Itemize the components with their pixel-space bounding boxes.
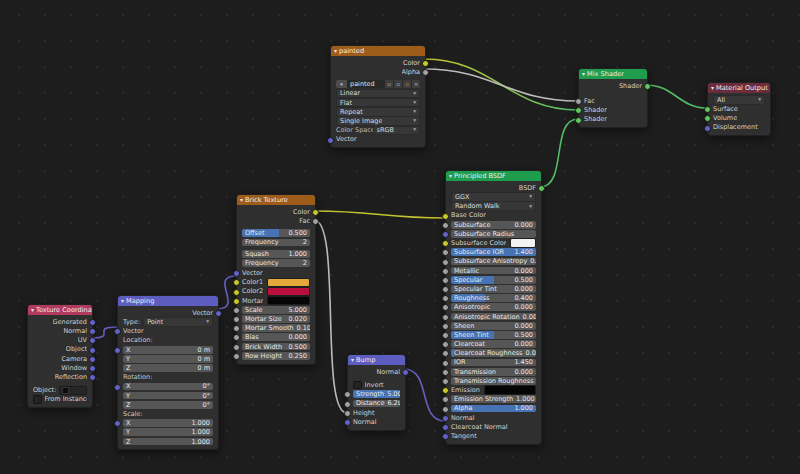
color2-color-swatch[interactable] [267,287,310,296]
node-header-mix-shader[interactable]: ▾Mix Shader [579,69,647,79]
node-brick-texture[interactable]: ▾Brick TextureColorFacOffset0.500Frequen… [236,194,316,365]
wire-painted-alpha-to-mix-shader-fac[interactable] [424,69,578,101]
mapping-x-input-socket[interactable] [114,420,121,427]
bump-normal-input-socket[interactable] [344,419,351,426]
node-header-material-output[interactable]: ▾Material Output [708,83,770,93]
texture-coordinate-camera-output-socket[interactable] [89,356,96,363]
node-header-mapping[interactable]: ▾Mapping [118,296,218,306]
emission-strength-field[interactable]: Emission Strength1.000 [451,395,536,403]
texture-coordinate-generated-output-socket[interactable] [89,319,96,326]
alpha-slider[interactable]: Alpha1.000 [451,405,536,413]
principled-bsdf-metallic-input-socket[interactable] [442,268,449,275]
brick-texture-mortar-smooth-input-socket[interactable] [233,325,240,332]
node-header-painted[interactable]: ▾painted [331,46,425,56]
flat-dropdown[interactable]: Flat▾ [336,98,420,108]
brick-texture-scale-input-socket[interactable] [233,307,240,314]
y-field[interactable]: Y1.000 [123,428,213,436]
transmission-slider[interactable]: Transmission0.000 [451,368,536,376]
mapping-x-input-socket[interactable] [114,384,121,391]
wire-bump-normal-to-principled-normal[interactable] [404,369,445,421]
principled-bsdf-emission-strength-input-socket[interactable] [442,396,449,403]
node-header-principled-bsdf[interactable]: ▾Principled BSDF [446,171,541,181]
frequency-field[interactable]: Frequency2 [242,259,310,267]
painted-color-output-socket[interactable] [422,60,429,67]
principled-bsdf-subsurface-color-input-socket[interactable] [442,240,449,247]
invert-checkbox[interactable] [353,381,362,390]
bump-distance-input-socket[interactable] [344,401,351,408]
principled-bsdf-roughness-input-socket[interactable] [442,295,449,302]
object-picker-field[interactable] [59,386,87,395]
image-browse-icon[interactable]: ▾ [336,80,347,88]
wire-brick-texture-fac-to-bump-height[interactable] [314,220,347,413]
emission-color-swatch[interactable] [484,385,536,394]
collapse-node-icon[interactable]: ▾ [121,298,124,304]
principled-bsdf-bsdf-output-socket[interactable] [538,185,545,192]
metallic-slider[interactable]: Metallic0.000 [451,267,536,275]
brick-width-field[interactable]: Brick Width0.500 [242,343,310,351]
node-principled-bsdf[interactable]: ▾Principled BSDFBSDFGGX▾Random Walk▾Base… [445,170,542,445]
subsurface-color-color-swatch[interactable] [510,238,536,247]
clearcoat-slider[interactable]: Clearcoat0.000 [451,340,536,348]
specular-slider[interactable]: Specular0.500 [451,276,536,284]
z-field[interactable]: Z0° [123,401,213,409]
principled-bsdf-clearcoat-normal-input-socket[interactable] [442,424,449,431]
principled-bsdf-subsurface-radius-input-socket[interactable] [442,231,449,238]
node-header-texture-coordinate[interactable]: ▾Texture Coordinate [28,305,92,315]
collapse-node-icon[interactable]: ▾ [351,357,354,363]
offset-slider[interactable]: Offset0.500 [242,229,310,237]
bump-strength-input-socket[interactable] [344,391,351,398]
principled-bsdf-tangent-input-socket[interactable] [442,433,449,440]
principled-bsdf-base-color-input-socket[interactable] [442,213,449,220]
image-name-field[interactable]: painted [347,80,384,88]
from-instancer-checkbox[interactable] [33,395,42,404]
node-header-brick-texture[interactable]: ▾Brick Texture [237,195,315,205]
strength-slider[interactable]: Strength5.000 [353,390,400,398]
point-dropdown[interactable]: Point▾ [143,317,213,327]
principled-bsdf-transmission-roughness-input-socket[interactable] [442,378,449,385]
mapping-vector-output-socket[interactable] [215,310,222,317]
repeat-dropdown[interactable]: Repeat▾ [336,107,420,117]
collapse-node-icon[interactable]: ▾ [334,48,337,54]
anisotropic-rotation-slider[interactable]: Anisotropic Rotation0.000 [451,313,536,321]
brick-texture-vector-input-socket[interactable] [233,270,240,277]
principled-bsdf-anisotropic-input-socket[interactable] [442,304,449,311]
texture-coordinate-window-output-socket[interactable] [89,365,96,372]
random-walk-dropdown[interactable]: Random Walk▾ [451,201,536,211]
node-material-output[interactable]: ▾Material OutputAll▾SurfaceVolumeDisplac… [707,82,771,136]
principled-bsdf-ior-input-socket[interactable] [442,360,449,367]
color1-color-swatch[interactable] [267,278,310,287]
brick-texture-color2-input-socket[interactable] [233,289,240,296]
frequency-field[interactable]: Frequency2 [242,239,310,247]
roughness-slider[interactable]: Roughness0.400 [451,294,536,302]
mapping-x-input-socket[interactable] [114,347,121,354]
subsurface-radius-field[interactable]: Subsurface Radius [451,230,536,238]
z-field[interactable]: Z0 m [123,364,213,372]
mix-shader-fac-input-socket[interactable] [575,98,582,105]
sheen-tint-slider[interactable]: Sheen Tint0.500 [451,331,536,339]
specular-tint-slider[interactable]: Specular Tint0.000 [451,285,536,293]
subsurface-anisotropy-slider[interactable]: Subsurface Anisotropy0.000 [451,258,536,266]
anisotropic-slider[interactable]: Anisotropic0.000 [451,303,536,311]
principled-bsdf-emission-input-socket[interactable] [442,387,449,394]
mix-shader-shader-output-socket[interactable] [644,83,651,90]
duplicate-image-button[interactable]: ▫ [384,80,393,88]
material-output-displacement-input-socket[interactable] [704,125,711,132]
principled-bsdf-clearcoat-input-socket[interactable] [442,341,449,348]
material-output-volume-input-socket[interactable] [704,115,711,122]
brick-texture-bias-input-socket[interactable] [233,334,240,341]
material-output-surface-input-socket[interactable] [704,106,711,113]
x-field[interactable]: X0 m [123,346,213,354]
clearcoat-roughness-slider[interactable]: Clearcoat Roughness0.030 [451,349,536,357]
node-header-bump[interactable]: ▾Bump [348,355,405,365]
srgb-dropdown[interactable]: sRGB▾ [373,126,420,135]
transmission-roughness-slider[interactable]: Transmission Roughness0.000 [451,377,536,385]
fake-user-button[interactable]: ▫ [393,80,402,88]
mix-shader-shader-input-socket[interactable] [575,117,582,124]
single-image-dropdown[interactable]: Single Image▾ [336,116,420,126]
bump-height-input-socket[interactable] [344,410,351,417]
mapping-vector-input-socket[interactable] [114,328,121,335]
principled-bsdf-alpha-input-socket[interactable] [442,406,449,413]
collapse-node-icon[interactable]: ▾ [31,307,34,313]
principled-bsdf-sheen-tint-input-socket[interactable] [442,332,449,339]
principled-bsdf-anisotropic-rotation-input-socket[interactable] [442,314,449,321]
